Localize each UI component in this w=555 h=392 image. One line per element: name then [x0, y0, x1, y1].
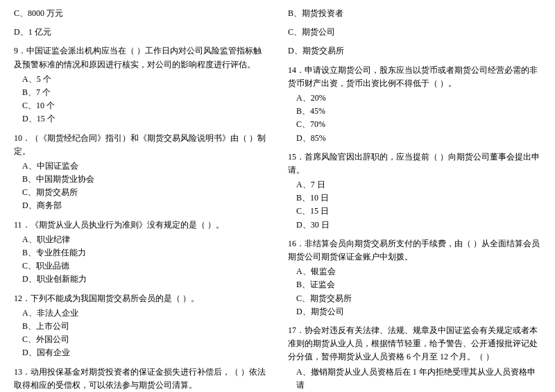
question-text: 16．非结算会员向期货交易所支付的手续费，由（ ）从全面结算会员期货公司期货保证…: [288, 237, 541, 264]
question-text: D、1 亿元: [14, 26, 267, 39]
question-text: 11．《期货从业人员执业行为准则》没有规定的是（ ）。: [14, 219, 267, 232]
option-item: A、中国证监会: [14, 160, 267, 173]
option-item: A、撤销期货从业人员资格后在 1 年内拒绝受理其从业人员资格申请: [288, 366, 541, 392]
option-item: C、期货交易所: [288, 292, 541, 305]
question-block: 10．（《期货经纪合同》指引）和《期货交易风险说明书》由（ ）制定。A、中国证监…: [14, 132, 267, 213]
option-item: C、外国公司: [14, 333, 267, 346]
question-text: 12．下列不能成为我国期货交易所会员的是（ ）。: [14, 292, 267, 305]
question-text: C、8000 万元: [14, 7, 267, 20]
option-item: D、国有企业: [14, 346, 267, 359]
option-item: D、期货公司: [288, 305, 541, 318]
question-text: 13．动用投保基金对期货投资者的保证金损失进行补偿后，（ ）依法取得相应的受偿权…: [14, 366, 267, 392]
question-text: D、期货交易所: [288, 44, 541, 58]
option-item: B、中国期货业协会: [14, 173, 267, 186]
option-item: B、证监会: [288, 278, 541, 291]
option-item: A、银监会: [288, 265, 541, 278]
option-item: B、10 日: [288, 191, 541, 205]
question-block: 11．《期货从业人员执业行为准则》没有规定的是（ ）。A、职业纪律B、专业胜任能…: [14, 219, 267, 287]
question-block: C、8000 万元: [14, 7, 267, 20]
option-item: A、职业纪律: [14, 233, 267, 246]
option-item: B、45%: [288, 105, 541, 118]
option-item: B、7 个: [14, 86, 267, 99]
question-block: D、1 亿元: [14, 26, 267, 39]
question-text: 17．协会对违反有关法律、法规、规章及中国证监会有关规定或者本准则的期货从业人员…: [288, 324, 541, 364]
question-block: 16．非结算会员向期货交易所支付的手续费，由（ ）从全面结算会员期货公司期货保证…: [288, 237, 541, 318]
question-text: 10．（《期货经纪合同》指引）和《期货交易风险说明书》由（ ）制定。: [14, 132, 267, 158]
question-text: 9．中国证监会派出机构应当在（ ）工作日内对公司风险监管指标触及预警标准的情况和…: [14, 44, 267, 71]
option-item: C、职业品德: [14, 259, 267, 273]
question-text: B、期货投资者: [288, 7, 541, 20]
question-text: 14．申请设立期货公司，股东应当以货币或者期货公司经营必需的非货币财产出资，货币…: [288, 64, 541, 90]
question-block: B、期货投资者: [288, 7, 541, 20]
option-item: C、15 日: [288, 205, 541, 218]
question-block: 14．申请设立期货公司，股东应当以货币或者期货公司经营必需的非货币财产出资，货币…: [288, 64, 541, 145]
option-item: A、20%: [288, 92, 541, 105]
left-column: C、8000 万元D、1 亿元9．中国证监会派出机构应当在（ ）工作日内对公司风…: [14, 7, 278, 392]
question-text: 15．首席风险官因出辞职的，应当提前（ ）向期货公司董事会提出申请。: [288, 151, 541, 177]
option-item: B、专业胜任能力: [14, 246, 267, 259]
question-block: 17．协会对违反有关法律、法规、规章及中国证监会有关规定或者本准则的期货从业人员…: [288, 324, 541, 392]
question-block: 15．首席风险官因出辞职的，应当提前（ ）向期货公司董事会提出申请。A、7 日B…: [288, 151, 541, 232]
option-item: A、7 日: [288, 178, 541, 191]
option-item: D、商务部: [14, 199, 267, 212]
option-item: C、70%: [288, 118, 541, 131]
question-block: 12．下列不能成为我国期货交易所会员的是（ ）。A、非法人企业B、上市公司C、外…: [14, 292, 267, 360]
option-item: A、5 个: [14, 73, 267, 86]
question-text: C、期货公司: [288, 26, 541, 39]
option-item: C、10 个: [14, 99, 267, 112]
option-item: D、职业创新能力: [14, 273, 267, 286]
option-item: D、85%: [288, 132, 541, 145]
question-block: D、期货交易所: [288, 44, 541, 58]
question-block: 9．中国证监会派出机构应当在（ ）工作日内对公司风险监管指标触及预警标准的情况和…: [14, 44, 267, 126]
option-item: D、30 日: [288, 219, 541, 232]
option-item: D、15 个: [14, 112, 267, 126]
option-item: C、期货交易所: [14, 186, 267, 199]
question-block: 13．动用投保基金对期货投资者的保证金损失进行补偿后，（ ）依法取得相应的受偿权…: [14, 366, 267, 393]
option-item: A、非法人企业: [14, 307, 267, 320]
right-column: B、期货投资者C、期货公司D、期货交易所14．申请设立期货公司，股东应当以货币或…: [278, 7, 541, 392]
page-container: C、8000 万元D、1 亿元9．中国证监会派出机构应当在（ ）工作日内对公司风…: [14, 7, 541, 392]
question-block: C、期货公司: [288, 26, 541, 39]
option-item: B、上市公司: [14, 320, 267, 333]
